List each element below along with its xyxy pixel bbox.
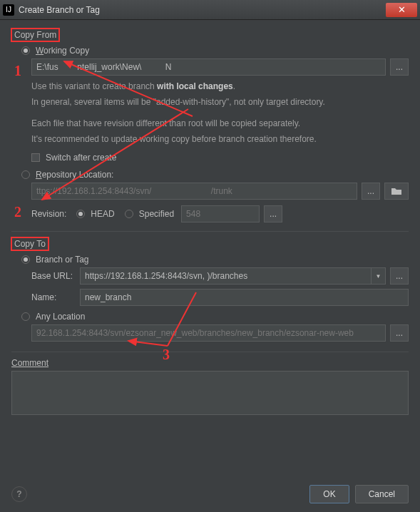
titlebar: IJ Create Branch or Tag ✕ — [0, 0, 420, 20]
revision-input[interactable] — [181, 205, 260, 222]
working-copy-path-input[interactable] — [31, 58, 386, 76]
folder-icon — [391, 187, 402, 195]
browse-path-button[interactable]: ... — [390, 58, 409, 76]
ok-button[interactable]: OK — [309, 485, 349, 503]
base-url-dropdown[interactable]: https://192.168.1.254:8443/svn, )/branch… — [80, 267, 386, 285]
any-location-more-button[interactable]: ... — [390, 324, 409, 342]
radio-any-location[interactable] — [21, 312, 30, 321]
repo-browse-button[interactable] — [384, 183, 409, 200]
any-location-label[interactable]: Any Location — [36, 312, 85, 322]
desc-line-3: Each file that have revision different t… — [31, 117, 409, 130]
desc-line-1: Use this variant to create branch with l… — [31, 80, 409, 93]
copy-from-legend: Copy From — [11, 29, 59, 41]
close-button[interactable]: ✕ — [386, 3, 417, 17]
comment-label: Comment — [11, 358, 409, 368]
cancel-button[interactable]: Cancel — [355, 485, 409, 503]
help-button[interactable]: ? — [11, 486, 27, 502]
branch-name-input[interactable] — [80, 289, 409, 306]
name-label: Name: — [31, 292, 80, 302]
revision-more-button[interactable]: ... — [264, 205, 282, 222]
repository-location-label[interactable]: Repository Location: — [36, 170, 113, 180]
annotation-1: 1 — [14, 63, 21, 79]
revision-label: Revision: — [31, 209, 66, 219]
radio-working-copy[interactable] — [21, 46, 30, 55]
desc-line-2: In general, several items will be "added… — [31, 96, 409, 108]
any-location-input[interactable] — [31, 324, 386, 342]
copy-from-group: Copy From Working Copy ... Use this vari… — [11, 29, 409, 225]
repo-url-more-button[interactable]: ... — [362, 183, 380, 200]
chevron-down-icon[interactable]: ▼ — [371, 268, 385, 284]
radio-head[interactable] — [76, 210, 85, 218]
head-label: HEAD — [91, 209, 114, 219]
specified-label: Specified — [139, 209, 174, 219]
app-icon: IJ — [3, 4, 14, 16]
switch-after-create-label: Switch after create — [46, 153, 116, 163]
base-url-label: Base URL: — [31, 271, 80, 281]
working-copy-label[interactable]: Working Copy — [36, 46, 89, 56]
window-title: Create Branch or Tag — [19, 5, 386, 15]
copy-to-group: Copy To Branch or Tag Base URL: https://… — [11, 237, 409, 346]
switch-after-create-checkbox[interactable] — [31, 153, 40, 162]
annotation-2: 2 — [14, 204, 21, 220]
radio-specified[interactable] — [125, 210, 133, 218]
radio-repository-location[interactable] — [21, 170, 30, 179]
repo-url-input[interactable] — [31, 183, 357, 200]
branch-or-tag-label[interactable]: Branch or Tag — [36, 255, 89, 265]
radio-branch-or-tag[interactable] — [21, 255, 30, 264]
copy-to-legend: Copy To — [11, 237, 48, 250]
base-url-more-button[interactable]: ... — [390, 267, 409, 285]
comment-textarea[interactable] — [11, 371, 409, 415]
annotation-3: 3 — [163, 347, 170, 363]
desc-line-4: It's recommended to update working copy … — [31, 133, 409, 145]
